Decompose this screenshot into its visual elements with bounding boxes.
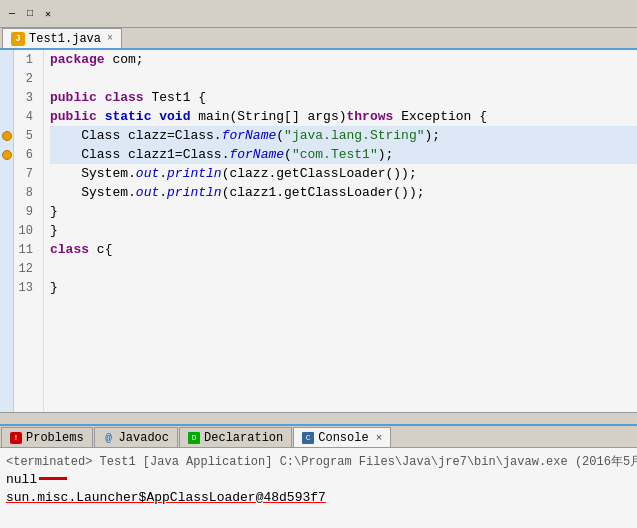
code-editor[interactable]: package com; public class Test1 { public… bbox=[44, 50, 637, 412]
console-output: <terminated> Test1 [Java Application] C:… bbox=[0, 448, 637, 528]
bottom-panel: ! Problems @ Javadoc D Declaration C Con… bbox=[0, 424, 637, 528]
bottom-tab-bar: ! Problems @ Javadoc D Declaration C Con… bbox=[0, 426, 637, 448]
margin-line-1 bbox=[0, 50, 13, 69]
editor-left-margin bbox=[0, 50, 14, 412]
line-num-4: 4 bbox=[14, 107, 37, 126]
console-null-line: null bbox=[6, 470, 631, 488]
margin-line-4 bbox=[0, 107, 13, 126]
margin-line-11 bbox=[0, 240, 13, 259]
console-icon: C bbox=[302, 432, 314, 444]
code-line-10: } bbox=[50, 221, 637, 240]
tab-javadoc-label: Javadoc bbox=[119, 431, 169, 445]
code-line-1: package com; bbox=[50, 50, 637, 69]
margin-line-6 bbox=[0, 145, 13, 164]
breakpoint-5[interactable] bbox=[2, 131, 12, 141]
top-toolbar: — □ ✕ bbox=[0, 0, 637, 28]
code-area: 1 2 3 4 5 6 7 8 9 10 11 12 13 package co… bbox=[0, 50, 637, 412]
console-close-button[interactable]: × bbox=[376, 432, 383, 444]
minimize-button[interactable]: — bbox=[4, 6, 20, 22]
line-num-3: 3 bbox=[14, 88, 37, 107]
code-line-6: Class clazz1=Class.forName("com.Test1"); bbox=[50, 145, 637, 164]
tab-problems-label: Problems bbox=[26, 431, 84, 445]
line-num-8: 8 bbox=[14, 183, 37, 202]
tab-filename: Test1.java bbox=[29, 32, 101, 46]
code-line-4: public static void main(String[] args)th… bbox=[50, 107, 637, 126]
code-line-13: } bbox=[50, 278, 637, 297]
line-num-10: 10 bbox=[14, 221, 37, 240]
line-num-5: 5 bbox=[14, 126, 37, 145]
margin-line-8 bbox=[0, 183, 13, 202]
editor-tab-bar: J Test1.java × bbox=[0, 28, 637, 50]
restore-button[interactable]: □ bbox=[22, 6, 38, 22]
line-num-7: 7 bbox=[14, 164, 37, 183]
launcher-text: sun.misc.Launcher$AppClassLoader@48d593f… bbox=[6, 490, 326, 505]
code-line-12 bbox=[50, 259, 637, 278]
code-line-9: } bbox=[50, 202, 637, 221]
code-line-2 bbox=[50, 69, 637, 88]
code-line-5: Class clazz=Class.forName("java.lang.Str… bbox=[50, 126, 637, 145]
margin-line-10 bbox=[0, 221, 13, 240]
line-num-11: 11 bbox=[14, 240, 37, 259]
breakpoint-6[interactable] bbox=[2, 150, 12, 160]
tab-declaration-label: Declaration bbox=[204, 431, 283, 445]
null-text: null bbox=[6, 472, 37, 487]
margin-line-3 bbox=[0, 88, 13, 107]
tab-close-button[interactable]: × bbox=[107, 33, 113, 44]
problems-icon: ! bbox=[10, 432, 22, 444]
java-file-icon: J bbox=[11, 32, 25, 46]
code-line-3: public class Test1 { bbox=[50, 88, 637, 107]
line-num-1: 1 bbox=[14, 50, 37, 69]
console-launcher-line: sun.misc.Launcher$AppClassLoader@48d593f… bbox=[6, 488, 631, 506]
tab-console-label: Console bbox=[318, 431, 368, 445]
line-num-13: 13 bbox=[14, 278, 37, 297]
tab-declaration[interactable]: D Declaration bbox=[179, 427, 292, 447]
line-num-6: 6 bbox=[14, 145, 37, 164]
code-line-8: System.out.println(clazz1.getClassLoader… bbox=[50, 183, 637, 202]
close-button[interactable]: ✕ bbox=[40, 6, 56, 22]
editor-container: J Test1.java × 1 2 3 4 5 bbox=[0, 28, 637, 424]
console-terminated-line: <terminated> Test1 [Java Application] C:… bbox=[6, 452, 631, 470]
tab-console[interactable]: C Console × bbox=[293, 427, 391, 447]
margin-line-12 bbox=[0, 259, 13, 278]
tab-javadoc[interactable]: @ Javadoc bbox=[94, 427, 178, 447]
null-red-underline bbox=[39, 477, 67, 480]
line-num-9: 9 bbox=[14, 202, 37, 221]
line-num-2: 2 bbox=[14, 69, 37, 88]
margin-line-2 bbox=[0, 69, 13, 88]
line-num-12: 12 bbox=[14, 259, 37, 278]
editor-tab-test1[interactable]: J Test1.java × bbox=[2, 28, 122, 48]
line-numbers: 1 2 3 4 5 6 7 8 9 10 11 12 13 bbox=[14, 50, 44, 412]
terminated-text: <terminated> Test1 [Java Application] C:… bbox=[6, 453, 637, 470]
declaration-icon: D bbox=[188, 432, 200, 444]
editor-horizontal-scrollbar[interactable] bbox=[0, 412, 637, 424]
margin-line-9 bbox=[0, 202, 13, 221]
code-line-11: class c{ bbox=[50, 240, 637, 259]
margin-line-7 bbox=[0, 164, 13, 183]
tab-problems[interactable]: ! Problems bbox=[1, 427, 93, 447]
margin-line-5 bbox=[0, 126, 13, 145]
javadoc-icon: @ bbox=[103, 432, 115, 444]
code-line-7: System.out.println(clazz.getClassLoader(… bbox=[50, 164, 637, 183]
margin-line-13 bbox=[0, 278, 13, 297]
